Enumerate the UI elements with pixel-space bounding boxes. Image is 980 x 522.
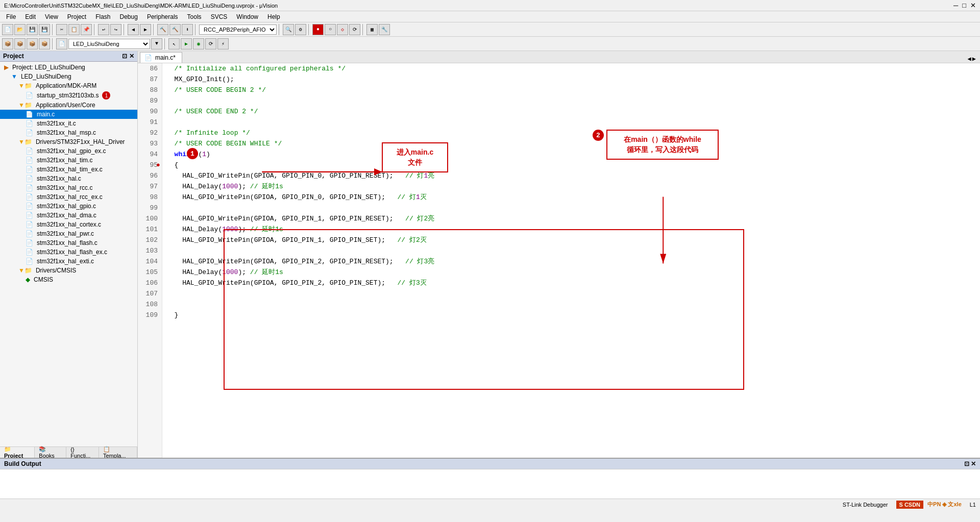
extra-icons: 中PN ◈ 文xle <box>927 501 962 508</box>
build-btn[interactable]: 🔨 <box>157 24 168 35</box>
menu-file[interactable]: File <box>2 12 20 21</box>
menu-debug[interactable]: Debug <box>116 12 142 21</box>
sidebar-dock-icon[interactable]: ⊡ <box>122 53 127 60</box>
badge-1-label: 1 <box>190 148 194 159</box>
tree-item[interactable]: 📄stm32f1xx_hal_flash.c <box>0 238 137 247</box>
menu-peripherals[interactable]: Peripherals <box>143 12 182 21</box>
menu-help[interactable]: Help <box>263 12 284 21</box>
menu-flash[interactable]: Flash <box>91 12 114 21</box>
open-btn[interactable]: 📂 <box>14 24 26 35</box>
tree-item[interactable]: 📄stm32f1xx_hal_gpio_ex.c <box>0 146 137 156</box>
t2-btn2[interactable]: 📦 <box>14 38 26 49</box>
tree-label: Drivers/CMSIS <box>36 267 76 274</box>
line-number: 88 <box>142 85 158 95</box>
code-editor[interactable]: 8687888990919293949596979899100101102103… <box>138 63 980 458</box>
t2-reload[interactable]: ⟳ <box>205 38 216 49</box>
target-dropdown[interactable]: RCC_APB2Periph_AFIO <box>199 24 277 35</box>
sidebar: Project ⊡ ✕ ▶Project: LED_LiuShuiDeng▼LE… <box>0 51 138 458</box>
tree-item[interactable]: ▼📁Application/MDK-ARM <box>0 81 137 90</box>
layout-btn[interactable]: ▦ <box>366 24 378 35</box>
line-number: 102 <box>142 235 158 245</box>
tab-right-arrow[interactable]: ▶ <box>972 55 976 63</box>
project-dropdown[interactable]: LED_LiuShuiDeng <box>68 39 150 49</box>
rebuild-btn[interactable]: 🔨 <box>169 24 181 35</box>
code-line <box>166 203 976 213</box>
line-number: 96 <box>142 170 158 181</box>
tree-item[interactable]: 📄stm32f1xx_hal_dma.c <box>0 211 137 220</box>
tree-item[interactable]: 📄stm32f1xx_it.c <box>0 119 137 128</box>
tree-item[interactable]: 📄stm32f1xx_hal_tim.c <box>0 156 137 165</box>
menu-window[interactable]: Window <box>232 12 262 21</box>
menu-view[interactable]: View <box>41 12 62 21</box>
settings-btn[interactable]: 🔧 <box>379 24 390 35</box>
tab-functions[interactable]: {} Functi... <box>66 447 99 458</box>
tree-item[interactable]: 📄stm32f1xx_hal.c <box>0 174 137 183</box>
sidebar-close-icon[interactable]: ✕ <box>129 53 134 60</box>
tree-label: main.c <box>37 111 55 118</box>
tree-item[interactable]: ▼📁Drivers/CMSIS <box>0 266 137 275</box>
tree-label: stm32f1xx_hal_flash_ex.c <box>37 248 107 256</box>
t2-green[interactable]: ◉ <box>193 38 204 49</box>
cut-btn[interactable]: ✂ <box>56 24 67 35</box>
tab-books[interactable]: 📚 Books <box>35 447 66 458</box>
t2-btn5[interactable]: 📄 <box>56 38 67 49</box>
minimize-button[interactable]: ─ <box>953 2 958 9</box>
tab-templates[interactable]: 📋 Templa... <box>99 447 137 458</box>
menu-svcs[interactable]: SVCS <box>207 12 232 21</box>
bottom-dock-icon[interactable]: ⊡ <box>964 460 969 467</box>
tree-item[interactable]: ◆CMSIS <box>0 275 137 284</box>
tree-item[interactable]: 📄main.c <box>0 110 137 119</box>
debug-step[interactable]: ○ <box>325 24 336 35</box>
bottom-content <box>0 469 980 499</box>
t2-dropdown-arrow[interactable]: ▼ <box>151 38 162 49</box>
debug-stop[interactable]: ◇ <box>337 24 348 35</box>
tree-item[interactable]: 📄stm32f1xx_hal_cortex.c <box>0 220 137 229</box>
tab-left-arrow[interactable]: ◀ <box>968 55 971 63</box>
menu-project[interactable]: Project <box>63 12 90 21</box>
tree-item[interactable]: 📄startup_stm32f103xb.s1 <box>0 90 137 101</box>
code-line: /* USER CODE END 2 */ <box>166 106 976 117</box>
undo-btn[interactable]: ↩ <box>98 24 109 35</box>
editor-tab-main[interactable]: 📄 main.c* <box>140 52 182 63</box>
bottom-close-icon[interactable]: ✕ <box>971 460 976 467</box>
redo-btn[interactable]: ↪ <box>110 24 121 35</box>
line-number-extra <box>142 342 158 353</box>
back-btn[interactable]: ◀ <box>128 24 139 35</box>
menu-tools[interactable]: Tools <box>183 12 206 21</box>
save-all-btn[interactable]: 💾 <box>39 24 50 35</box>
forward-btn[interactable]: ▶ <box>140 24 151 35</box>
t2-flash[interactable]: ⚡ <box>217 38 229 49</box>
debug-start[interactable]: ● <box>312 24 324 35</box>
tree-item[interactable]: ▼📁Application/User/Core <box>0 101 137 110</box>
tab-project[interactable]: 📁 Project <box>0 447 35 458</box>
tree-item[interactable]: ▼📁Drivers/STM32F1xx_HAL_Driver <box>0 137 137 146</box>
maximize-button[interactable]: □ <box>962 2 966 9</box>
tree-icon: ▼📁 <box>18 102 32 109</box>
tree-item[interactable]: 📄stm32f1xx_hal_tim_ex.c <box>0 165 137 174</box>
tree-item[interactable]: 📄stm32f1xx_hal_exti.c <box>0 257 137 266</box>
cmd2[interactable]: ⚙ <box>295 24 306 35</box>
paste-btn[interactable]: 📌 <box>81 24 92 35</box>
save-btn[interactable]: 💾 <box>27 24 38 35</box>
tree-item[interactable]: 📄stm32f1xx_hal_pwr.c <box>0 229 137 238</box>
tree-item[interactable]: 📄stm32f1xx_hal_gpio.c <box>0 202 137 211</box>
download-btn[interactable]: ⬇ <box>182 24 193 35</box>
tree-item[interactable]: 📄stm32f1xx_hal_flash_ex.c <box>0 247 137 257</box>
t2-btn4[interactable]: 📦 <box>39 38 50 49</box>
tree-item[interactable]: ▶Project: LED_LiuShuiDeng <box>0 63 137 72</box>
tree-item[interactable]: ▼LED_LiuShuiDeng <box>0 72 137 81</box>
t2-run[interactable]: ▶ <box>181 38 192 49</box>
tree-item[interactable]: 📄stm32f1xx_hal_rcc.c <box>0 183 137 192</box>
cmd1[interactable]: 🔍 <box>283 24 294 35</box>
menu-edit[interactable]: Edit <box>21 12 40 21</box>
t2-btn3[interactable]: 📦 <box>27 38 38 49</box>
copy-btn[interactable]: 📋 <box>68 24 80 35</box>
t2-btn1[interactable]: 📦 <box>2 38 13 49</box>
debug-reset[interactable]: ⟳ <box>349 24 360 35</box>
t2-cursor[interactable]: ↖ <box>168 38 180 49</box>
new-btn[interactable]: 📄 <box>2 24 13 35</box>
tree-icon: 📄 <box>26 129 33 136</box>
close-button[interactable]: ✕ <box>970 2 976 9</box>
tree-item[interactable]: 📄stm32f1xx_hal_rcc_ex.c <box>0 192 137 202</box>
tree-item[interactable]: 📄stm32f1xx_hal_msp.c <box>0 128 137 137</box>
